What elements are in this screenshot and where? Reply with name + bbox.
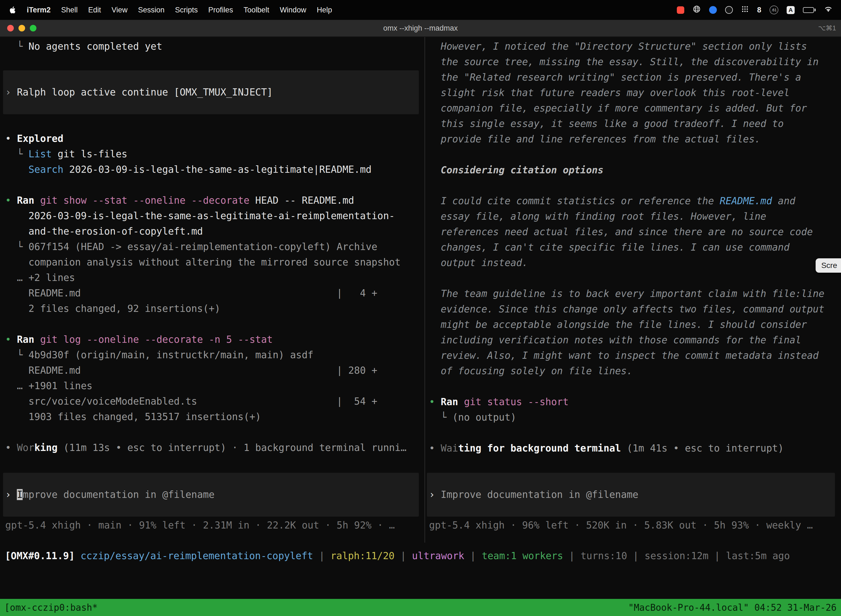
window-shortcut-hint: ⌥⌘1 <box>818 24 836 32</box>
text-segment: ting for background terminal <box>458 443 621 454</box>
menu-item-profiles[interactable]: Profiles <box>203 6 238 14</box>
text-segment: | <box>394 550 412 561</box>
text-segment: | <box>313 550 331 561</box>
right-model-status-line: gpt-5.4 xhigh · 96% left · 520K in · 5.8… <box>429 518 838 533</box>
text-segment: cczip/essay/ai-reimplementation-copyleft <box>81 550 313 561</box>
menu-bar: iTerm2 Shell Edit View Session Scripts P… <box>0 0 841 20</box>
text-segment: • <box>429 396 441 407</box>
text-segment: However, I noticed the "Directory Struct… <box>441 41 825 145</box>
text-segment: last:5m ago <box>726 550 790 561</box>
terminal-line: └ 067f154 (HEAD -> essay/ai-reimplementa… <box>5 239 422 254</box>
terminal-line: 2 files changed, 92 insertions(+) <box>5 301 422 316</box>
text-segment: git status --short <box>464 396 568 407</box>
globe-icon[interactable] <box>693 5 701 15</box>
right-prompt-text: › Improve documentation in @filename <box>429 487 832 502</box>
blank-line <box>429 147 838 162</box>
terminal-line: … +1901 lines <box>5 378 422 393</box>
terminal-line: 2026-03-09-is-legal-the-same-as-legitima… <box>5 208 422 224</box>
text-segment: companion analysis without altering the … <box>5 257 401 268</box>
text-segment: 2026-03-09-is-legal-the-same-as-legitima… <box>63 164 372 175</box>
terminal-line: companion analysis without altering the … <box>5 254 422 270</box>
text-segment: └ <box>5 41 28 52</box>
screen-recording-indicator-icon[interactable] <box>677 6 684 14</box>
battery-icon[interactable] <box>803 7 816 13</box>
screen-share-pill[interactable]: Scre <box>816 258 841 273</box>
blank-line <box>429 178 838 193</box>
right-terminal-pane[interactable]: However, I noticed the "Directory Struct… <box>425 37 841 543</box>
zoom-button[interactable] <box>30 25 37 31</box>
omx-status-bar: [OMX#0.11.9] cczip/essay/ai-reimplementa… <box>0 543 841 569</box>
terminal-line: └ List git ls-files <box>5 146 422 162</box>
text-segment: No agents completed yet <box>28 41 162 52</box>
terminal-line: However, I noticed the "Directory Struct… <box>441 39 825 147</box>
terminal-line: Search 2026-03-09-is-legal-the-same-as-l… <box>5 162 422 177</box>
ralph-loop-banner: › Ralph loop active continue [OMX_TMUX_I… <box>3 70 419 114</box>
right-prompt-input[interactable]: › Improve documentation in @filename <box>427 473 835 517</box>
text-segment: I <box>17 489 23 500</box>
menu-item-iterm2[interactable]: iTerm2 <box>22 6 56 14</box>
menu-item-toolbelt[interactable]: Toolbelt <box>238 6 274 14</box>
text-segment: └ 4b9d30f (origin/main, instructkr/main,… <box>5 349 314 361</box>
menu-item-edit[interactable]: Edit <box>83 6 107 14</box>
menu-item-view[interactable]: View <box>106 6 133 14</box>
text-segment: The team guideline is to back every impo… <box>441 288 830 377</box>
tmux-host-clock-label: "MacBook-Pro-44.local" 04:52 31-Mar-26 <box>628 602 837 613</box>
figure-eight-icon[interactable]: 8 <box>757 6 761 14</box>
menu-item-help[interactable]: Help <box>312 6 337 14</box>
text-segment: turns:10 <box>580 550 627 561</box>
dots-grid-icon[interactable] <box>741 5 749 15</box>
text-segment <box>5 164 28 175</box>
text-segment: | <box>709 550 726 561</box>
text-segment: HEAD -- README.md <box>249 195 354 206</box>
close-button[interactable] <box>7 25 14 31</box>
menu-item-window[interactable]: Window <box>274 6 312 14</box>
text-segment: README.md | 280 + <box>5 365 378 376</box>
blue-app-icon[interactable] <box>709 6 717 14</box>
text-segment: ultrawork <box>412 550 464 561</box>
text-segment: 2026-03-09-is-legal-the-same-as-legitima… <box>5 210 395 221</box>
blank-line <box>429 378 838 394</box>
text-segment: README.md <box>720 195 772 207</box>
text-segment: king <box>34 442 57 453</box>
terminal-line: • Explored <box>5 131 422 146</box>
minimize-button[interactable] <box>19 25 25 31</box>
gauge-icon[interactable]: .61 <box>769 6 778 14</box>
text-segment: (11m 13s • esc to interrupt) · 1 backgro… <box>58 442 406 453</box>
text-segment: 1903 files changed, 513517 insertions(+) <box>5 411 261 422</box>
text-segment: › <box>429 489 441 500</box>
text-segment: List <box>28 148 51 160</box>
tmux-session-label: [omx-cczip0:bash* <box>4 602 98 613</box>
text-segment: I could cite commit statistics or refere… <box>441 195 719 207</box>
tmux-status-bar: [omx-cczip0:bash* "MacBook-Pro-44.local"… <box>0 599 841 616</box>
terminal-filler <box>0 569 841 599</box>
blank-line <box>5 177 422 193</box>
left-prompt-text: › Improve documentation in @filename <box>5 487 416 502</box>
terminal-line: • Ran git status --short <box>429 394 838 409</box>
terminal-line: README.md | 280 + <box>5 363 422 378</box>
menu-item-session[interactable]: Session <box>133 6 170 14</box>
right-pane-transcript: However, I noticed the "Directory Struct… <box>429 39 838 456</box>
left-pane-top-lines: └ No agents completed yet <box>5 39 422 54</box>
text-segment: mprove documentation in @filename <box>23 489 214 500</box>
terminal-line: README.md | 4 + <box>5 285 422 301</box>
input-source-icon[interactable]: A <box>787 6 795 14</box>
terminal-line: 1903 files changed, 513517 insertions(+) <box>5 409 422 424</box>
dark-app-icon[interactable] <box>725 6 733 14</box>
terminal-panes: └ No agents completed yet › Ralph loop a… <box>0 37 841 543</box>
left-terminal-pane[interactable]: └ No agents completed yet › Ralph loop a… <box>0 37 424 543</box>
text-segment: | <box>563 550 580 561</box>
apple-menu-icon[interactable] <box>8 5 18 15</box>
wifi-icon[interactable] <box>824 6 833 15</box>
window-controls <box>7 20 37 37</box>
text-segment: git show --stat --oneline --decorate <box>40 195 249 206</box>
window-title-bar: omx --xhigh --madmax ⌥⌘1 <box>0 20 841 37</box>
text-segment: src/voice/voiceModeEnabled.ts | 54 + <box>5 396 378 407</box>
left-prompt-input[interactable]: › Improve documentation in @filename <box>3 473 419 517</box>
terminal-line: └ No agents completed yet <box>5 39 422 54</box>
left-pane-transcript: • Explored └ List git ls-files Search 20… <box>5 131 422 455</box>
menu-item-shell[interactable]: Shell <box>56 6 83 14</box>
menu-item-scripts[interactable]: Scripts <box>170 6 203 14</box>
blank-line <box>429 425 838 440</box>
text-segment: gpt-5.4 xhigh · main · 91% left · 2.31M … <box>5 520 395 531</box>
text-segment: team:1 workers <box>482 550 563 561</box>
